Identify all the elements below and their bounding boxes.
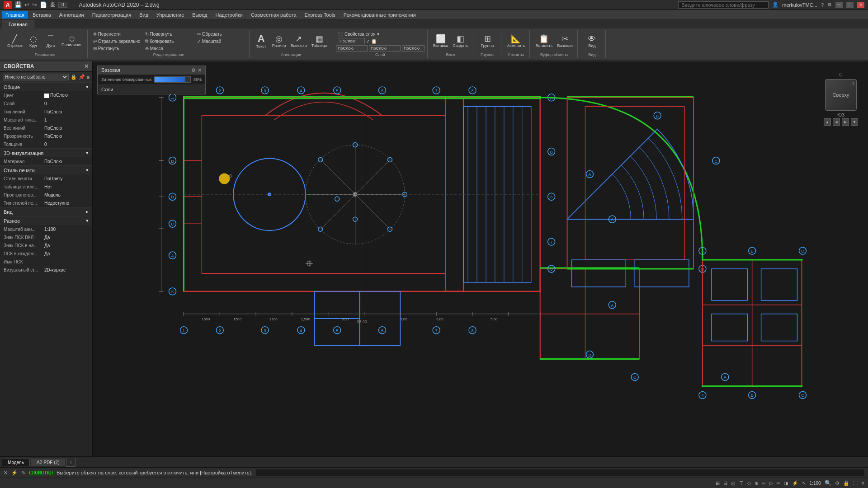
quick-undo[interactable]: ↩ bbox=[24, 1, 29, 8]
polar-icon[interactable]: ◇ bbox=[747, 480, 751, 486]
props-close-icon[interactable]: ✕ bbox=[84, 63, 89, 70]
ribbon-btn-layer-make-current[interactable]: ПоСлою ✓ 📋 bbox=[336, 38, 378, 45]
props-section-3dviz-header[interactable]: 3D-визуализация ▾ bbox=[0, 149, 92, 157]
menu-home[interactable]: Главная bbox=[2, 11, 28, 19]
menu-view[interactable]: Вид bbox=[136, 11, 152, 19]
customize-icon[interactable]: ≡ bbox=[862, 480, 864, 486]
snap-icon[interactable]: ◎ bbox=[731, 480, 736, 486]
tab-a2pdf[interactable]: A2-PDF (2) bbox=[31, 459, 66, 466]
svg-text:4: 4 bbox=[701, 249, 703, 253]
layer-panel-close[interactable]: ✕ bbox=[198, 67, 202, 73]
ribbon-btn-layer-props[interactable]: ⬛ Свойства слоя ▾ bbox=[336, 31, 381, 37]
layer-current-icon[interactable]: ✓ bbox=[366, 39, 370, 44]
grid-icon[interactable]: ⊟ bbox=[723, 480, 727, 486]
lock-icon[interactable]: 🔒 bbox=[843, 480, 849, 486]
transparency-icon[interactable]: ◑ bbox=[784, 480, 788, 486]
ribbon-btn-polyline[interactable]: ⬡Полилиния bbox=[60, 35, 85, 48]
menu-collab[interactable]: Совместная работа bbox=[247, 11, 300, 19]
ribbon-btn-dim[interactable]: ◎Размер bbox=[270, 34, 288, 49]
dynamic-input-icon[interactable]: ▷ bbox=[769, 480, 773, 486]
props-menu-icon[interactable]: ≡ bbox=[87, 75, 90, 80]
win-minimize[interactable]: ─ bbox=[835, 2, 843, 8]
viewcube-nav-down[interactable]: ▼ bbox=[851, 118, 858, 126]
menu-annotations[interactable]: Аннотации bbox=[56, 11, 88, 19]
tab-model[interactable]: Модель bbox=[2, 459, 30, 466]
status-cmd-icon1[interactable]: ✕ bbox=[4, 470, 8, 476]
svg-text:4: 4 bbox=[171, 253, 174, 258]
fullscreen-icon[interactable]: ⛶ bbox=[853, 480, 858, 486]
menu-apps[interactable]: Рекомендованные приложения bbox=[340, 11, 420, 19]
quick-new[interactable]: 📄 bbox=[40, 1, 47, 8]
ribbon-btn-table[interactable]: ▦Таблица bbox=[310, 34, 329, 49]
props-section-misc-header[interactable]: Разное ▾ bbox=[0, 216, 92, 225]
ribbon-btn-group[interactable]: ⊞Группа bbox=[479, 34, 496, 49]
ribbon-btn-paste[interactable]: 📋Вставить bbox=[533, 34, 554, 49]
ribbon-btn-rotate[interactable]: ↻ Повернуть bbox=[143, 31, 194, 37]
ribbon-btn-leader[interactable]: ↗Выноска bbox=[289, 34, 309, 49]
props-lock-icon[interactable]: 🔒 bbox=[71, 74, 77, 80]
props-value-styletype: Недоступно bbox=[44, 201, 89, 206]
search-input[interactable] bbox=[678, 1, 769, 9]
ribbon-btn-base[interactable]: ✂Базовая bbox=[555, 34, 574, 49]
menu-output[interactable]: Вывод bbox=[189, 11, 211, 19]
ribbon-btn-circle[interactable]: ◌Круг bbox=[25, 34, 42, 49]
ribbon-btn-insert-block[interactable]: ⬜Вставка bbox=[431, 34, 450, 49]
props-row-ucsicon: Знак ПСК ВКЛ Да bbox=[0, 233, 92, 241]
osnap-icon[interactable]: ⊕ bbox=[755, 480, 759, 486]
menu-insert[interactable]: Вставка bbox=[29, 11, 55, 19]
command-input[interactable] bbox=[256, 469, 864, 476]
viewcube-nav-up[interactable]: ▲ bbox=[824, 118, 831, 126]
menu-manage[interactable]: Управление bbox=[153, 11, 188, 19]
zoom-icon[interactable]: 🔍 bbox=[825, 480, 831, 486]
ribbon-btn-line[interactable]: ╱Отрезок bbox=[5, 34, 24, 49]
viewcube-face-label: Сверху bbox=[833, 92, 849, 98]
ortho-icon[interactable]: ⊤ bbox=[739, 480, 744, 486]
help-icon[interactable]: ? bbox=[821, 2, 824, 8]
viewcube-nav-right[interactable]: ► bbox=[842, 118, 849, 126]
ribbon-btn-array[interactable]: ⊕ Масса bbox=[143, 46, 194, 52]
quick-print[interactable]: 🖶 bbox=[50, 1, 56, 8]
lineweight-icon[interactable]: ═ bbox=[777, 480, 780, 486]
otrack-icon[interactable]: ∞ bbox=[762, 480, 766, 486]
props-row-lineweight: Вес линий ПоСлою bbox=[0, 124, 92, 132]
layer-copy-props-icon[interactable]: 📋 bbox=[371, 39, 377, 44]
win-close[interactable]: ✕ bbox=[857, 2, 864, 8]
quick-save[interactable]: 💾 bbox=[14, 1, 22, 8]
menu-parametrize[interactable]: Параметризация bbox=[89, 11, 135, 19]
status-cmd-icon3[interactable]: ✎ bbox=[21, 470, 25, 476]
ribbon-btn-view[interactable]: 👁Вид bbox=[584, 34, 600, 49]
ribbon-btn-scale[interactable]: ⤢ Масштаб bbox=[195, 38, 246, 44]
props-pin-icon[interactable]: 📌 bbox=[79, 74, 85, 80]
annotation-scale[interactable]: 1:100 bbox=[810, 481, 821, 486]
ribbon-btn-text[interactable]: AТекст bbox=[253, 33, 269, 50]
ribbon-btn-arc[interactable]: ⌒Дуга bbox=[42, 34, 59, 49]
ribbon-btn-move[interactable]: ✥ Перенести bbox=[91, 31, 142, 37]
canvas-area[interactable]: 33,00 1500 1500 2200 1,500 3,00 7,00 6,0… bbox=[93, 61, 868, 467]
layer-panel-settings[interactable]: ⚙ bbox=[191, 67, 196, 73]
ribbon-btn-copy[interactable]: ⧉ Копировать bbox=[143, 38, 194, 44]
props-section-general-header[interactable]: Общие ▾ bbox=[0, 83, 92, 91]
menu-express[interactable]: Express Tools bbox=[301, 11, 339, 19]
settings-icon[interactable]: ⚙ bbox=[827, 2, 832, 8]
ribbon-btn-stretch[interactable]: ⊞ Растянуть bbox=[91, 46, 142, 52]
svg-text:8: 8 bbox=[472, 89, 474, 93]
status-cmd-icon2[interactable]: ⚡ bbox=[11, 470, 18, 476]
win-restore[interactable]: □ bbox=[846, 2, 854, 8]
props-section-view-header[interactable]: Вид ▸ bbox=[0, 207, 92, 216]
ribbon-btn-measure[interactable]: 📐Измерить bbox=[505, 34, 527, 49]
arc-icon: ⌒ bbox=[47, 35, 55, 43]
menu-addons[interactable]: Надстройки bbox=[212, 11, 246, 19]
tab-add[interactable]: + bbox=[66, 458, 75, 467]
props-object-select[interactable]: Ничего не выбрано bbox=[3, 74, 69, 80]
selection-icon[interactable]: ↖ bbox=[802, 480, 806, 486]
viewcube-face[interactable]: Сверху 3 bbox=[825, 79, 857, 111]
viewcube-nav-left[interactable]: ◄ bbox=[833, 118, 840, 126]
ribbon-btn-mirror[interactable]: ⇄ Отразить зеркально bbox=[91, 38, 142, 44]
workspace-icon[interactable]: ⚙ bbox=[835, 480, 840, 486]
ribbon-tab-home[interactable]: Главная bbox=[2, 20, 34, 28]
qprops-icon[interactable]: ⚡ bbox=[792, 480, 798, 486]
quick-redo[interactable]: ↪ bbox=[32, 1, 37, 8]
props-section-print-header[interactable]: Стиль печати ▾ bbox=[0, 166, 92, 174]
ribbon-btn-create-block[interactable]: ◧Создать bbox=[451, 34, 470, 49]
ribbon-btn-trim[interactable]: ✂ Обрезать bbox=[195, 31, 246, 37]
